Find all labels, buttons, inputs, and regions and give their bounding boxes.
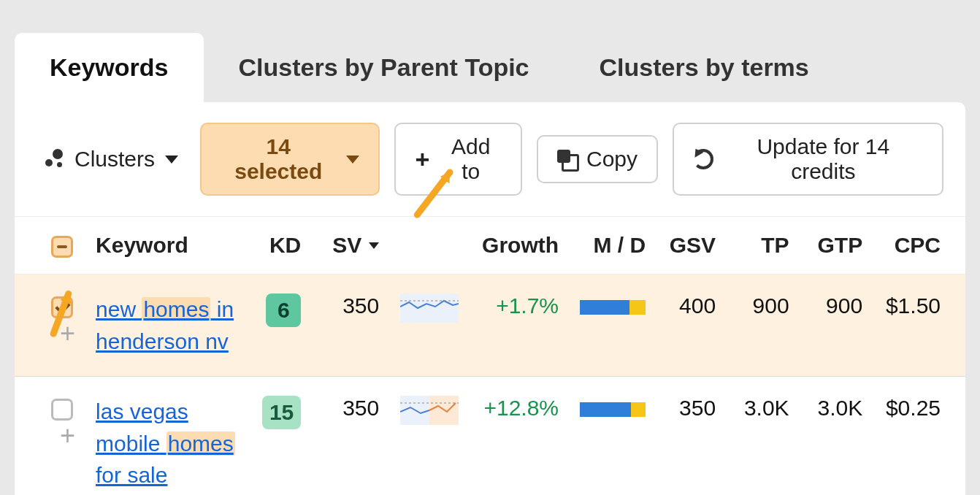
clusters-dropdown[interactable]: Clusters: [37, 137, 185, 182]
add-to-button[interactable]: + Add to: [394, 123, 522, 196]
sort-desc-icon: [369, 242, 379, 249]
kd-badge: 15: [262, 396, 301, 429]
table-row: +las vegas mobile homes for sale15350+12…: [15, 377, 965, 495]
keyword-link[interactable]: las vegas mobile homes for sale: [96, 396, 238, 491]
tabs-bar: Keywords Clusters by Parent Topic Cluste…: [0, 0, 980, 102]
col-tp[interactable]: TP: [726, 217, 800, 275]
col-sv[interactable]: SV: [311, 217, 389, 275]
keyword-highlight: homes: [142, 297, 210, 321]
col-md[interactable]: M / D: [569, 217, 656, 275]
copy-label: Copy: [586, 147, 638, 172]
copy-button[interactable]: Copy: [537, 135, 658, 183]
selected-count-dropdown[interactable]: 14 selected: [200, 123, 380, 196]
col-gtp[interactable]: GTP: [800, 217, 873, 275]
keyword-highlight: homes: [166, 431, 235, 456]
trend-sparkline: [389, 275, 469, 377]
row-checkbox[interactable]: [51, 399, 73, 421]
col-gsv[interactable]: GSV: [656, 217, 726, 275]
growth-value: +12.8%: [483, 396, 559, 420]
toolbar: Clusters 14 selected + Add to Copy Updat…: [15, 102, 965, 216]
tab-clusters-parent[interactable]: Clusters by Parent Topic: [204, 33, 564, 102]
kd-badge: 6: [266, 293, 301, 327]
add-to-label: Add to: [440, 134, 502, 184]
col-kd[interactable]: KD: [248, 217, 311, 275]
tab-clusters-terms[interactable]: Clusters by terms: [564, 33, 844, 102]
keyword-link[interactable]: new homes in henderson nv: [96, 293, 238, 357]
mobile-desktop-bar: [580, 300, 646, 315]
add-keyword-icon[interactable]: +: [60, 318, 75, 349]
gsv-value: 400: [656, 275, 726, 377]
cpc-value: $0.25: [873, 377, 965, 495]
add-keyword-icon[interactable]: +: [60, 421, 75, 451]
gsv-value: 350: [656, 377, 726, 495]
sv-value: 350: [311, 377, 389, 495]
update-label: Update for 14 credits: [724, 134, 923, 184]
select-all-checkbox[interactable]: [51, 236, 73, 258]
row-checkbox[interactable]: [51, 296, 73, 318]
main-panel: Clusters 14 selected + Add to Copy Updat…: [15, 102, 965, 495]
update-credits-button[interactable]: Update for 14 credits: [673, 123, 943, 196]
gtp-value: 900: [800, 275, 873, 377]
refresh-icon: [693, 149, 713, 169]
sv-value: 350: [311, 275, 389, 377]
keywords-table: Keyword KD SV Growth M / D GSV TP GTP CP…: [15, 216, 965, 495]
copy-icon: [557, 150, 576, 169]
gtp-value: 3.0K: [800, 377, 873, 495]
clusters-label: Clusters: [74, 147, 155, 172]
table-row: +new homes in henderson nv6350+1.7%40090…: [15, 275, 965, 377]
tp-value: 3.0K: [726, 377, 800, 495]
cpc-value: $1.50: [873, 275, 965, 377]
col-cpc[interactable]: CPC: [873, 217, 965, 275]
col-keyword[interactable]: Keyword: [85, 217, 248, 275]
tp-value: 900: [726, 275, 800, 377]
col-growth[interactable]: Growth: [469, 217, 569, 275]
growth-value: +1.7%: [496, 293, 559, 318]
plus-icon: +: [415, 147, 429, 172]
trend-sparkline: [389, 377, 469, 495]
mobile-desktop-bar: [580, 402, 646, 417]
chevron-down-icon: [165, 156, 178, 164]
selected-count-label: 14 selected: [221, 134, 336, 184]
svg-rect-0: [400, 293, 459, 323]
clusters-icon: [44, 149, 64, 169]
table-header-row: Keyword KD SV Growth M / D GSV TP GTP CP…: [15, 217, 965, 275]
chevron-down-icon: [346, 156, 359, 164]
tab-keywords[interactable]: Keywords: [15, 33, 204, 102]
